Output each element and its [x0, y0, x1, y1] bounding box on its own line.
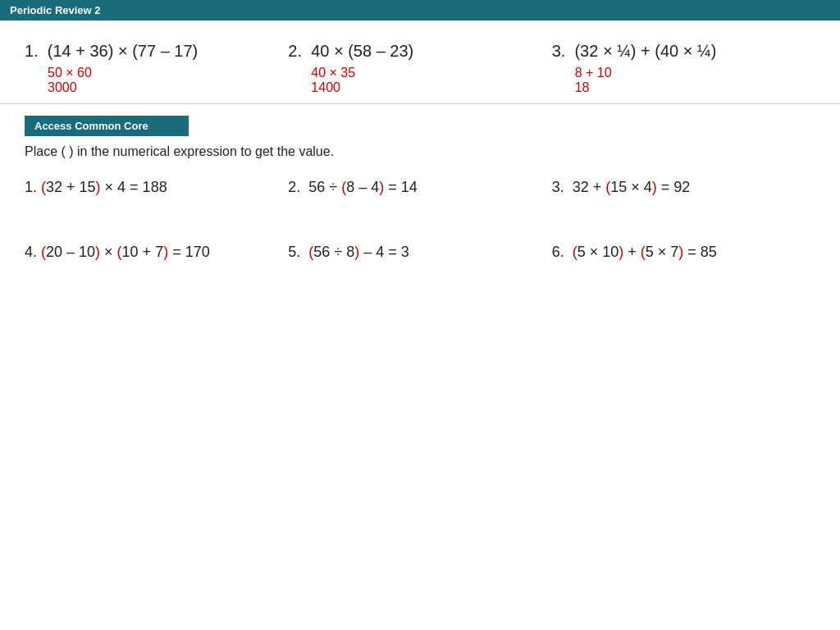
acc-p2-expr: 8 – 4: [346, 179, 379, 195]
periodic-problem-1-step1: 50 × 60: [48, 66, 280, 80]
periodic-problem-1-expr-text: (14 + 36) × (77 – 17): [48, 42, 198, 60]
periodic-problem-1: 1. (14 + 36) × (77 – 17) 50 × 60 3000: [25, 42, 288, 95]
acc-p5-expr: 56 ÷ 8: [313, 244, 354, 260]
access-problems-bottom-row: 4. (20 – 10) × (10 + 7) = 170 5. (56 ÷ 8…: [25, 240, 815, 264]
acc-p5-rest: – 4 = 3: [359, 244, 409, 260]
periodic-problem-2-expression: 2. 40 × (58 – 23): [288, 42, 543, 61]
periodic-problem-3-expression: 3. (32 × ¼) + (40 × ¼): [552, 42, 807, 61]
acc-p4-number: 4.: [25, 244, 41, 260]
access-problem-1: 1. (32 + 15) × 4 = 188: [25, 176, 288, 199]
access-problem-4: 4. (20 – 10) × (10 + 7) = 170: [25, 240, 288, 264]
periodic-problem-2: 2. 40 × (58 – 23) 40 × 35 1400: [288, 42, 551, 95]
periodic-problem-3-expr-text: (32 × ¼) + (40 × ¼): [574, 42, 716, 60]
access-problems-top-row: 1. (32 + 15) × 4 = 188 2. 56 ÷ (8 – 4) =…: [25, 176, 815, 199]
acc-p3-rest: = 92: [657, 179, 691, 195]
acc-p2-rest: = 14: [384, 179, 418, 195]
periodic-problem-2-step1: 40 × 35: [311, 66, 543, 80]
instruction-text: Place ( ) in the numerical expression to…: [25, 144, 815, 159]
access-problem-2: 2. 56 ÷ (8 – 4) = 14: [288, 176, 551, 199]
acc-p4-expr1: 20 – 10: [46, 244, 95, 260]
periodic-review-header: Periodic Review 2: [0, 0, 840, 21]
acc-p6-expr2: 5 × 7: [646, 244, 679, 260]
periodic-problem-2-step2: 1400: [311, 80, 543, 95]
periodic-problem-1-step2: 3000: [48, 80, 280, 95]
periodic-review-title: Periodic Review 2: [10, 4, 101, 16]
periodic-problem-1-expression: 1. (14 + 36) × (77 – 17): [25, 42, 280, 61]
acc-p1-expr: 32 + 15: [46, 179, 96, 195]
periodic-problems-row: 1. (14 + 36) × (77 – 17) 50 × 60 3000 2.…: [25, 42, 815, 95]
periodic-problem-1-number: 1.: [25, 42, 48, 60]
acc-p2-number: 2. 56 ÷: [288, 179, 341, 195]
acc-p1-number: 1.: [25, 179, 41, 195]
acc-p6-number: 6.: [552, 244, 573, 260]
access-common-core-title: Access Common Core: [25, 116, 189, 136]
periodic-section: 1. (14 + 36) × (77 – 17) 50 × 60 3000 2.…: [0, 21, 840, 103]
periodic-problem-3-number: 3.: [552, 42, 575, 60]
acc-p3-number: 3. 32 +: [552, 179, 606, 195]
access-section: Access Common Core Place ( ) in the nume…: [0, 104, 840, 272]
acc-p4-times: ×: [100, 244, 117, 260]
access-problem-6: 6. (5 × 10) + (5 × 7) = 85: [552, 240, 815, 264]
acc-p5-number: 5.: [288, 244, 308, 260]
access-problem-5: 5. (56 ÷ 8) – 4 = 3: [288, 240, 551, 264]
periodic-problem-2-number: 2.: [288, 42, 311, 60]
periodic-problem-2-expr-text: 40 × (58 – 23): [311, 42, 413, 60]
acc-p1-rest: × 4 = 188: [101, 179, 167, 195]
access-problem-3: 3. 32 + (15 × 4) = 92: [552, 176, 815, 199]
acc-p6-rest: = 85: [683, 244, 717, 260]
acc-p3-expr: 15 × 4: [610, 179, 652, 195]
periodic-problem-3: 3. (32 × ¼) + (40 × ¼) 8 + 10 18: [552, 42, 815, 95]
acc-p6-expr1: 5 × 10: [578, 244, 619, 260]
acc-p6-plus: +: [623, 244, 641, 260]
acc-p4-expr2: 10 + 7: [122, 244, 164, 260]
acc-p4-rest: = 170: [168, 244, 210, 260]
periodic-problem-3-step1: 8 + 10: [575, 66, 807, 80]
periodic-problem-3-step2: 18: [575, 80, 807, 95]
access-common-core-bar: Access Common Core: [25, 116, 815, 136]
